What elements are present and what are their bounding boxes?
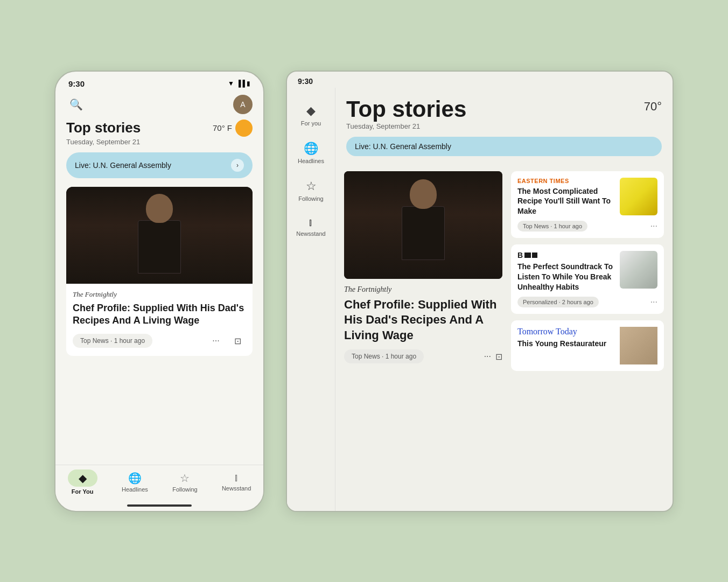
tablet-save-button[interactable]: ⊡ (495, 352, 502, 362)
sidebar-foryou-label: For you (301, 120, 321, 127)
tablet-body: ◆ For you 🌐 Headlines ☆ Following ⫿ News… (287, 88, 673, 511)
be-label-el: B (517, 251, 614, 260)
article-title: Chef Profile: Supplied With His Dad's Re… (73, 302, 246, 327)
tablet-top-section: Top stories 70° Tuesday, September 21 Li… (335, 88, 673, 171)
date-text: Tuesday, September 21 (66, 138, 253, 146)
phone-header: 🔍 A (55, 93, 263, 120)
chef-photo (66, 187, 253, 284)
top-stories-title: Top stories (66, 120, 141, 136)
eastern-times-meta: Top News · 1 hour ago (517, 221, 587, 232)
tablet-weather: 70° (644, 96, 662, 114)
be-more[interactable]: ··· (650, 297, 657, 307)
tomorrow-text: Tomorrow Today This Young Restaurateur (517, 327, 614, 349)
be-title: The Perfect Soundtrack To Listen To Whil… (517, 262, 614, 292)
weather-temp: 70° F (213, 123, 232, 132)
nav-newsstand[interactable]: ⫿ Newsstand (222, 472, 251, 492)
tablet-top-stories-title: Top stories (346, 96, 466, 122)
nav-headlines-label: Headlines (122, 486, 148, 493)
sidebar-item-headlines[interactable]: 🌐 Headlines (287, 136, 335, 170)
article-body: The Fortnightly Chef Profile: Supplied W… (66, 284, 253, 356)
chef-body (138, 220, 181, 274)
tablet-article-actions: ··· ⊡ (484, 352, 502, 362)
person-thumbnail (620, 327, 657, 364)
article-actions: ··· ⊡ (207, 332, 246, 349)
sidebar-following-label: Following (298, 195, 323, 202)
nav-for-you[interactable]: ◆ For You (68, 469, 97, 495)
article-source: The Fortnightly (73, 290, 246, 299)
nav-following-label: Following (172, 486, 197, 493)
search-button[interactable]: 🔍 (66, 95, 86, 114)
eastern-times-title: The Most Complicated Recipe You'll Still… (517, 186, 614, 217)
tablet-live-banner[interactable]: Live: U.N. General Assembly (346, 137, 662, 156)
bird-thumbnail (620, 251, 657, 289)
sidebar-foryou-icon: ◆ (306, 104, 316, 118)
live-banner-text: Live: U.N. General Assembly (75, 161, 171, 170)
more-options-button[interactable]: ··· (207, 332, 225, 349)
phone-device: 9:30 ▼ ▐▐ ▮ 🔍 A Top stories 70° F Tuesda… (54, 71, 264, 512)
be-meta: Personalized · 2 hours ago (517, 297, 599, 307)
tablet-article-meta: Top News · 1 hour ago (344, 349, 424, 363)
be-thumb (620, 251, 657, 289)
signal-icon: ▐▐ (236, 80, 244, 87)
tablet-articles-area: The Fortnightly Chef Profile: Supplied W… (335, 171, 673, 511)
chef-head (146, 194, 173, 223)
eastern-times-text: EASTERN TIMES The Most Complicated Recip… (517, 178, 614, 217)
tablet-more-button[interactable]: ··· (484, 352, 491, 362)
save-button[interactable]: ⊡ (229, 332, 246, 349)
sidebar-newsstand-icon: ⫿ (309, 217, 313, 228)
live-banner[interactable]: Live: U.N. General Assembly › (66, 152, 253, 178)
article-footer: Top News · 1 hour ago ··· ⊡ (73, 332, 246, 349)
phone-status-bar: 9:30 ▼ ▐▐ ▮ (55, 72, 263, 93)
eastern-times-footer: Top News · 1 hour ago ··· (517, 221, 657, 232)
sidebar-following-icon: ☆ (306, 179, 317, 193)
battery-icon: ▮ (247, 80, 250, 87)
tablet-article-source: The Fortnightly (344, 285, 502, 294)
be-source-block1 (524, 253, 531, 258)
tablet-chef-figure (380, 179, 467, 271)
nav-following[interactable]: ☆ Following (172, 472, 197, 493)
be-source-b: B (517, 251, 523, 260)
nav-for-you-label: For You (72, 488, 94, 495)
eastern-times-label: EASTERN TIMES (517, 178, 614, 184)
sidebar-item-foryou[interactable]: ◆ For you (287, 99, 335, 132)
eastern-times-thumb (620, 178, 657, 215)
eastern-times-card[interactable]: EASTERN TIMES The Most Complicated Recip… (511, 171, 664, 239)
tablet-time: 9:30 (298, 77, 313, 86)
nav-headlines[interactable]: 🌐 Headlines (122, 472, 148, 493)
be-card[interactable]: B The Perfect Soundtrack To Listen To Wh… (511, 244, 664, 314)
eastern-times-more[interactable]: ··· (650, 221, 657, 231)
tablet-chef-head (410, 179, 437, 209)
tomorrow-title: This Young Restaurateur (517, 339, 614, 349)
article-image (66, 187, 253, 284)
be-source-block2 (532, 253, 537, 258)
avatar[interactable]: A (233, 95, 253, 114)
tablet-article-footer: Top News · 1 hour ago ··· ⊡ (344, 349, 502, 363)
home-indicator (127, 504, 192, 507)
tablet-chef-photo (344, 171, 502, 279)
tablet-status-bar: 9:30 (287, 72, 673, 88)
tablet-main-article[interactable]: The Fortnightly Chef Profile: Supplied W… (335, 171, 511, 511)
tablet-article-image (344, 171, 502, 279)
live-banner-chevron[interactable]: › (231, 159, 244, 172)
nav-newsstand-label: Newsstand (222, 485, 251, 492)
tomorrow-today-card[interactable]: Tomorrow Today This Young Restaurateur (511, 320, 664, 371)
be-text: B The Perfect Soundtrack To Listen To Wh… (517, 251, 614, 292)
wifi-icon: ▼ (228, 80, 234, 87)
phone-content: Top stories 70° F Tuesday, September 21 … (55, 120, 263, 465)
tablet-chef-body (402, 206, 445, 260)
article-meta: Top News · 1 hour ago (73, 334, 152, 348)
headlines-icon: 🌐 (128, 472, 142, 485)
sidebar-item-following[interactable]: ☆ Following (287, 174, 335, 207)
tablet-date: Tuesday, September 21 (346, 122, 662, 130)
tablet-device: 9:30 ◆ For you 🌐 Headlines ☆ Following ⫿… (286, 71, 674, 512)
tomorrow-today-label: Tomorrow Today (517, 327, 614, 336)
sidebar-item-newsstand[interactable]: ⫿ Newsstand (287, 212, 335, 242)
tomorrow-thumb (620, 327, 657, 364)
eastern-times-inner: EASTERN TIMES The Most Complicated Recip… (517, 178, 657, 217)
for-you-icon: ◆ (79, 472, 87, 484)
phone-time: 9:30 (68, 79, 85, 88)
sidebar-newsstand-label: Newsstand (296, 230, 325, 237)
article-card[interactable]: The Fortnightly Chef Profile: Supplied W… (66, 187, 253, 356)
phone-bottom-nav: ◆ For You 🌐 Headlines ☆ Following ⫿ News… (55, 465, 263, 501)
chef-figure (108, 194, 211, 276)
